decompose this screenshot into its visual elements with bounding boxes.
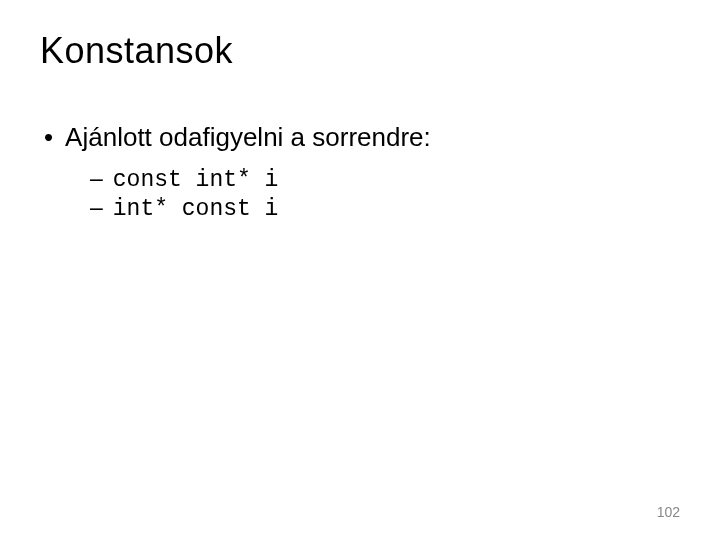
- sub-bullet-line-2: – int* const i: [90, 194, 680, 222]
- bullet-dot-icon: •: [44, 124, 53, 150]
- code-text-2: int* const i: [113, 196, 279, 222]
- bullet-main-text: Ajánlott odafigyelni a sorrendre:: [65, 122, 431, 153]
- slide-title: Konstansok: [40, 30, 680, 72]
- sub-bullet-line-1: – const int* i: [90, 165, 680, 193]
- dash-icon: –: [90, 194, 103, 221]
- page-number: 102: [657, 504, 680, 520]
- code-text-1: const int* i: [113, 167, 279, 193]
- dash-icon: –: [90, 165, 103, 192]
- bullet-main-line: • Ajánlott odafigyelni a sorrendre:: [40, 122, 680, 153]
